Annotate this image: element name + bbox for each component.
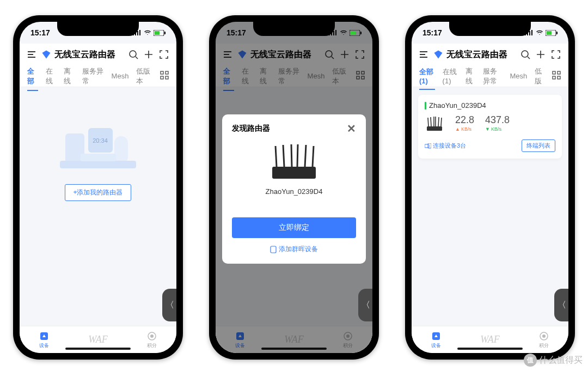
- svg-point-10: [130, 51, 136, 57]
- modal-title: 发现路由器: [232, 124, 270, 133]
- svg-point-26: [150, 334, 154, 338]
- device-card[interactable]: ZhaoYun_0239D4: [418, 95, 562, 159]
- svg-rect-21: [114, 136, 128, 163]
- grid-view-icon[interactable]: [552, 71, 561, 81]
- connected-devices[interactable]: 连接设备3台: [425, 142, 466, 150]
- svg-line-67: [528, 57, 530, 59]
- tab-mesh[interactable]: Mesh: [510, 72, 527, 80]
- header: 无线宝云路由器: [20, 44, 176, 65]
- close-icon[interactable]: ✕: [347, 123, 356, 134]
- svg-line-51: [291, 144, 292, 167]
- tab-lowver[interactable]: 低版本: [136, 66, 152, 86]
- tab-online[interactable]: 在线: [46, 66, 57, 86]
- terminal-list-button[interactable]: 终端列表: [522, 139, 555, 152]
- scan-icon[interactable]: [158, 48, 170, 60]
- phone-icon: [270, 246, 277, 253]
- svg-line-76: [431, 117, 431, 126]
- filter-tabs: 全部 在线 离线 服务异常 Mesh 低版本: [20, 65, 176, 87]
- points-icon: [146, 331, 157, 342]
- side-back-handle[interactable]: 〈: [554, 289, 568, 321]
- devices-icon: [425, 143, 431, 149]
- content-area: 20:34 +添加我的路由器: [20, 87, 176, 326]
- upload-stat: 22.8 ▲KB/s: [455, 115, 474, 132]
- svg-rect-6: [164, 32, 166, 34]
- nav-device[interactable]: 设备: [39, 331, 50, 349]
- battery-icon: [350, 30, 362, 36]
- tab-mesh[interactable]: Mesh: [112, 72, 129, 80]
- watermark: 值 什么值得买: [524, 354, 583, 367]
- add-qunhui-link[interactable]: 添加群晖设备: [232, 245, 356, 254]
- bottom-nav: 设备 WAF 积分: [20, 326, 176, 353]
- tab-error[interactable]: 服务异常: [483, 66, 503, 86]
- tab-all[interactable]: 全部: [27, 66, 38, 86]
- svg-rect-3: [139, 30, 140, 35]
- side-back-handle[interactable]: 〈: [358, 289, 372, 321]
- svg-line-54: [313, 146, 314, 167]
- svg-point-85: [542, 334, 546, 338]
- menu-icon[interactable]: [26, 48, 38, 60]
- brand-logo-icon: [433, 50, 443, 59]
- tab-online[interactable]: 在线(1): [443, 67, 458, 85]
- wifi-icon: [340, 30, 347, 35]
- svg-line-75: [428, 118, 428, 126]
- battery-icon: [154, 30, 166, 36]
- nav-waf[interactable]: WAF: [88, 334, 108, 345]
- svg-text:20:34: 20:34: [93, 137, 108, 144]
- svg-rect-17: [166, 76, 168, 79]
- phone-1: 15:17 无线宝云路由器 全部 在线 离线 服务异常 Mesh 低版本: [13, 15, 183, 360]
- svg-rect-15: [166, 71, 168, 74]
- svg-rect-33: [360, 32, 362, 34]
- discovered-device-name: ZhaoYun_0239D4: [232, 187, 356, 196]
- notch: [57, 22, 139, 36]
- download-unit: KB/s: [491, 126, 501, 132]
- download-value: 437.8: [485, 115, 510, 125]
- device-name: ZhaoYun_0239D4: [429, 101, 486, 110]
- tab-offline[interactable]: 离线: [64, 66, 75, 86]
- status-time: 15:17: [30, 28, 50, 37]
- down-arrow-icon: ▼: [485, 126, 490, 132]
- svg-point-66: [522, 51, 528, 57]
- watermark-logo-icon: 值: [524, 354, 537, 367]
- svg-rect-32: [351, 31, 356, 35]
- device-icon: [39, 331, 50, 342]
- tab-offline[interactable]: 离线: [465, 66, 475, 86]
- svg-line-50: [283, 145, 284, 167]
- router-thumbnail-icon: [425, 115, 444, 132]
- side-back-handle[interactable]: 〈: [162, 289, 176, 321]
- discover-modal: 发现路由器 ✕ ZhaoYun_0239D4 立即绑定 添加群晖设备: [222, 114, 366, 264]
- menu-icon[interactable]: [418, 48, 430, 60]
- nav-device-label: 设备: [39, 342, 49, 349]
- svg-rect-14: [161, 71, 163, 74]
- status-time: 15:17: [422, 28, 442, 37]
- scan-icon[interactable]: [550, 48, 562, 60]
- svg-line-80: [441, 118, 442, 126]
- svg-rect-81: [425, 144, 429, 148]
- nav-device[interactable]: 设备: [431, 331, 442, 349]
- plus-icon[interactable]: [143, 48, 155, 60]
- svg-line-52: [297, 144, 298, 167]
- add-router-button[interactable]: +添加我的路由器: [65, 184, 131, 201]
- svg-rect-23: [81, 154, 116, 161]
- notch: [253, 22, 335, 36]
- bind-button[interactable]: 立即绑定: [232, 217, 356, 238]
- nav-points[interactable]: 积分: [146, 331, 157, 349]
- grid-view-icon[interactable]: [160, 71, 169, 81]
- svg-line-11: [136, 57, 138, 59]
- svg-line-53: [305, 145, 306, 167]
- search-icon[interactable]: [127, 48, 139, 60]
- empty-state: 20:34 +添加我的路由器: [20, 87, 176, 201]
- tab-lowver[interactable]: 低版: [535, 66, 544, 86]
- status-indicator-icon: [425, 102, 426, 110]
- tab-error[interactable]: 服务异常: [82, 66, 103, 86]
- svg-rect-70: [553, 71, 555, 74]
- tab-all[interactable]: 全部(1): [419, 67, 435, 85]
- phone-2: 15:17 无线宝云路由器 全部 在线 离线 服务异常 Mesh 低版本: [209, 15, 379, 360]
- nav-waf[interactable]: WAF: [480, 334, 500, 345]
- nav-points-label: 积分: [147, 342, 157, 349]
- wifi-icon: [144, 30, 151, 35]
- nav-points[interactable]: 积分: [538, 331, 549, 349]
- plus-icon[interactable]: [535, 48, 547, 60]
- status-time: 15:17: [226, 28, 246, 37]
- search-icon[interactable]: [519, 48, 531, 60]
- content-area: ZhaoYun_0239D4: [412, 87, 568, 326]
